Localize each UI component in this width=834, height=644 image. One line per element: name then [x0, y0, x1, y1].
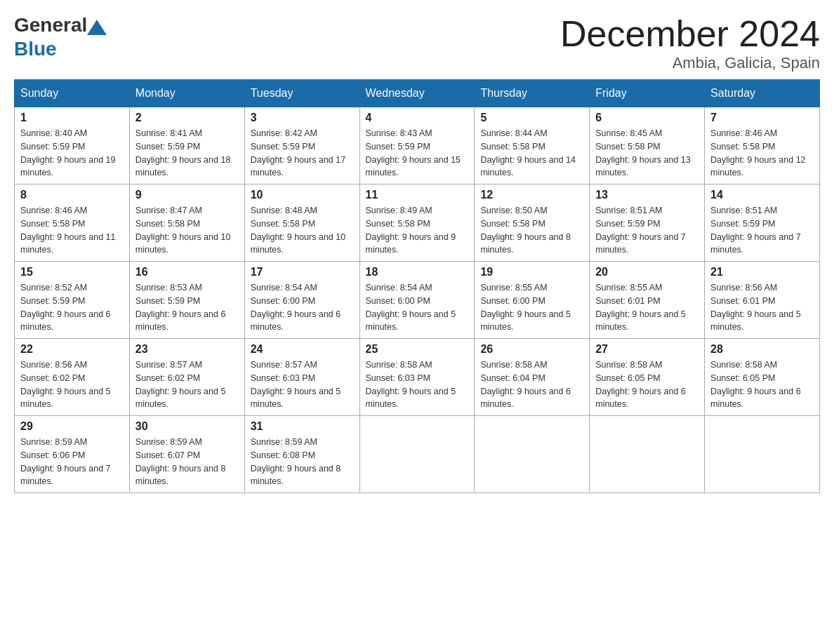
day-number: 16 [135, 266, 239, 279]
day-info: Sunrise: 8:57 AMSunset: 6:03 PMDaylight:… [251, 358, 354, 411]
day-info: Sunrise: 8:52 AMSunset: 5:59 PMDaylight:… [20, 281, 124, 334]
day-info: Sunrise: 8:44 AMSunset: 5:58 PMDaylight:… [480, 127, 583, 180]
weekday-header-wednesday: Wednesday [359, 80, 475, 107]
day-number: 12 [480, 189, 583, 201]
weekday-header-friday: Friday [590, 80, 705, 107]
calendar-day-cell: 16Sunrise: 8:53 AMSunset: 5:59 PMDayligh… [129, 262, 244, 339]
page-header: General Blue December 2024 Ambia, Galici… [14, 14, 820, 72]
day-number: 9 [135, 189, 239, 201]
calendar-week-row: 15Sunrise: 8:52 AMSunset: 5:59 PMDayligh… [15, 262, 820, 339]
calendar-day-cell: 15Sunrise: 8:52 AMSunset: 5:59 PMDayligh… [15, 262, 130, 339]
calendar-day-cell: 9Sunrise: 8:47 AMSunset: 5:58 PMDaylight… [129, 185, 244, 262]
day-number: 24 [251, 343, 354, 356]
weekday-header-row: SundayMondayTuesdayWednesdayThursdayFrid… [15, 80, 820, 107]
logo-general-text: General [14, 14, 87, 36]
calendar-day-cell: 31Sunrise: 8:59 AMSunset: 6:08 PMDayligh… [244, 416, 359, 493]
weekday-header-monday: Monday [129, 80, 244, 107]
day-info: Sunrise: 8:57 AMSunset: 6:02 PMDaylight:… [135, 358, 239, 411]
location-subtitle: Ambia, Galicia, Spain [560, 54, 820, 72]
calendar-day-cell: 4Sunrise: 8:43 AMSunset: 5:59 PMDaylight… [359, 107, 475, 185]
month-title: December 2024 [560, 14, 820, 54]
calendar-day-cell: 2Sunrise: 8:41 AMSunset: 5:59 PMDaylight… [129, 107, 244, 185]
calendar-day-cell: 3Sunrise: 8:42 AMSunset: 5:59 PMDaylight… [244, 107, 359, 185]
day-number: 11 [366, 189, 469, 201]
calendar-week-row: 29Sunrise: 8:59 AMSunset: 6:06 PMDayligh… [15, 416, 820, 493]
day-info: Sunrise: 8:56 AMSunset: 6:01 PMDaylight:… [710, 281, 814, 334]
day-number: 8 [20, 189, 124, 201]
calendar-day-cell: 18Sunrise: 8:54 AMSunset: 6:00 PMDayligh… [359, 262, 475, 339]
calendar-day-cell: 12Sunrise: 8:50 AMSunset: 5:58 PMDayligh… [475, 185, 590, 262]
day-number: 7 [710, 112, 814, 124]
logo: General Blue [14, 14, 107, 60]
day-info: Sunrise: 8:45 AMSunset: 5:58 PMDaylight:… [595, 127, 699, 180]
day-number: 13 [595, 189, 699, 201]
calendar-day-cell: 30Sunrise: 8:59 AMSunset: 6:07 PMDayligh… [129, 416, 244, 493]
calendar-day-cell: 28Sunrise: 8:58 AMSunset: 6:05 PMDayligh… [705, 339, 820, 416]
logo-triangle-icon [87, 20, 107, 35]
day-info: Sunrise: 8:46 AMSunset: 5:58 PMDaylight:… [710, 127, 814, 180]
day-number: 20 [595, 266, 699, 279]
day-number: 2 [135, 112, 239, 124]
calendar-day-cell: 23Sunrise: 8:57 AMSunset: 6:02 PMDayligh… [129, 339, 244, 416]
day-info: Sunrise: 8:42 AMSunset: 5:59 PMDaylight:… [251, 127, 354, 180]
logo-blue-text: Blue [14, 38, 57, 60]
day-info: Sunrise: 8:59 AMSunset: 6:06 PMDaylight:… [20, 436, 124, 488]
calendar-day-cell: 24Sunrise: 8:57 AMSunset: 6:03 PMDayligh… [244, 339, 359, 416]
day-number: 4 [366, 112, 469, 124]
day-info: Sunrise: 8:40 AMSunset: 5:59 PMDaylight:… [20, 127, 124, 180]
day-info: Sunrise: 8:58 AMSunset: 6:03 PMDaylight:… [366, 358, 469, 411]
day-number: 30 [135, 420, 239, 433]
calendar-table: SundayMondayTuesdayWednesdayThursdayFrid… [14, 79, 820, 493]
day-number: 5 [480, 112, 583, 124]
empty-cell [359, 416, 475, 493]
calendar-day-cell: 11Sunrise: 8:49 AMSunset: 5:58 PMDayligh… [359, 185, 475, 262]
day-number: 3 [251, 112, 354, 124]
calendar-day-cell: 7Sunrise: 8:46 AMSunset: 5:58 PMDaylight… [705, 107, 820, 185]
calendar-day-cell: 1Sunrise: 8:40 AMSunset: 5:59 PMDaylight… [15, 107, 130, 185]
day-number: 18 [366, 266, 469, 279]
day-number: 27 [595, 343, 699, 356]
calendar-week-row: 22Sunrise: 8:56 AMSunset: 6:02 PMDayligh… [15, 339, 820, 416]
day-number: 23 [135, 343, 239, 356]
calendar-day-cell: 22Sunrise: 8:56 AMSunset: 6:02 PMDayligh… [15, 339, 130, 416]
calendar-week-row: 1Sunrise: 8:40 AMSunset: 5:59 PMDaylight… [15, 107, 820, 185]
day-info: Sunrise: 8:53 AMSunset: 5:59 PMDaylight:… [135, 281, 239, 334]
day-number: 29 [20, 420, 124, 433]
calendar-day-cell: 10Sunrise: 8:48 AMSunset: 5:58 PMDayligh… [244, 185, 359, 262]
calendar-day-cell: 26Sunrise: 8:58 AMSunset: 6:04 PMDayligh… [475, 339, 590, 416]
calendar-day-cell: 5Sunrise: 8:44 AMSunset: 5:58 PMDaylight… [475, 107, 590, 185]
day-number: 19 [480, 266, 583, 279]
weekday-header-sunday: Sunday [15, 80, 130, 107]
calendar-day-cell: 21Sunrise: 8:56 AMSunset: 6:01 PMDayligh… [705, 262, 820, 339]
day-number: 15 [20, 266, 124, 279]
day-info: Sunrise: 8:55 AMSunset: 6:00 PMDaylight:… [480, 281, 583, 334]
calendar-day-cell: 14Sunrise: 8:51 AMSunset: 5:59 PMDayligh… [705, 185, 820, 262]
day-number: 14 [710, 189, 814, 201]
day-info: Sunrise: 8:56 AMSunset: 6:02 PMDaylight:… [20, 358, 124, 411]
day-number: 6 [595, 112, 699, 124]
day-info: Sunrise: 8:51 AMSunset: 5:59 PMDaylight:… [595, 204, 699, 257]
day-number: 21 [710, 266, 814, 279]
day-info: Sunrise: 8:58 AMSunset: 6:04 PMDaylight:… [480, 358, 583, 411]
day-number: 22 [20, 343, 124, 356]
day-number: 25 [366, 343, 469, 356]
day-number: 10 [251, 189, 354, 201]
day-info: Sunrise: 8:59 AMSunset: 6:08 PMDaylight:… [251, 436, 354, 488]
day-info: Sunrise: 8:55 AMSunset: 6:01 PMDaylight:… [595, 281, 699, 334]
calendar-day-cell: 17Sunrise: 8:54 AMSunset: 6:00 PMDayligh… [244, 262, 359, 339]
empty-cell [475, 416, 590, 493]
calendar-day-cell: 19Sunrise: 8:55 AMSunset: 6:00 PMDayligh… [475, 262, 590, 339]
day-number: 17 [251, 266, 354, 279]
day-info: Sunrise: 8:49 AMSunset: 5:58 PMDaylight:… [366, 204, 469, 257]
calendar-day-cell: 20Sunrise: 8:55 AMSunset: 6:01 PMDayligh… [590, 262, 705, 339]
day-number: 28 [710, 343, 814, 356]
day-info: Sunrise: 8:48 AMSunset: 5:58 PMDaylight:… [251, 204, 354, 257]
day-info: Sunrise: 8:51 AMSunset: 5:59 PMDaylight:… [710, 204, 814, 257]
day-number: 1 [20, 112, 124, 124]
day-info: Sunrise: 8:54 AMSunset: 6:00 PMDaylight:… [366, 281, 469, 334]
empty-cell [705, 416, 820, 493]
day-info: Sunrise: 8:46 AMSunset: 5:58 PMDaylight:… [20, 204, 124, 257]
calendar-day-cell: 6Sunrise: 8:45 AMSunset: 5:58 PMDaylight… [590, 107, 705, 185]
day-info: Sunrise: 8:50 AMSunset: 5:58 PMDaylight:… [480, 204, 583, 257]
weekday-header-saturday: Saturday [705, 80, 820, 107]
